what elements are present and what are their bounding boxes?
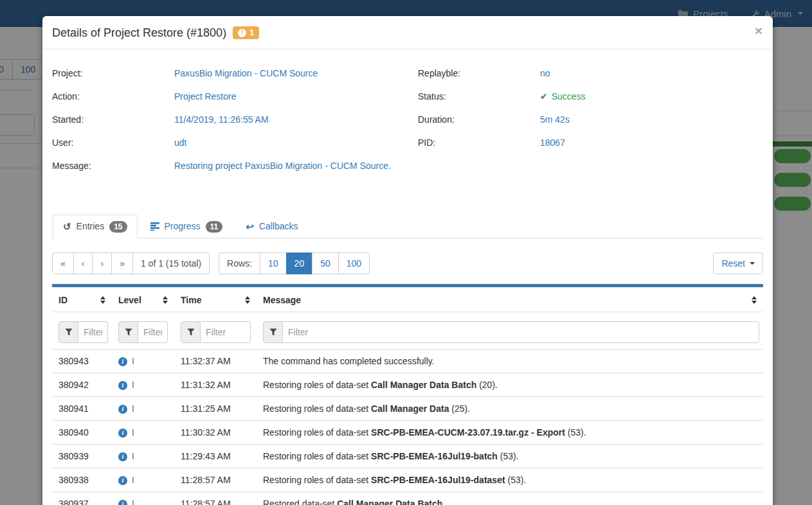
filter-cell xyxy=(52,312,112,350)
column-header-level: Level xyxy=(112,286,174,312)
column-label: ID xyxy=(59,295,68,305)
filter-input-id[interactable] xyxy=(78,321,108,343)
exclamation-circle-icon: ! xyxy=(238,29,246,37)
cell-id: 380942 xyxy=(52,373,112,397)
close-icon[interactable]: × xyxy=(755,24,762,37)
cell-time: 11:28:57 AM xyxy=(174,492,257,505)
level-value: iI xyxy=(118,427,168,439)
page-next-button[interactable]: › xyxy=(92,253,112,274)
info-icon: i xyxy=(118,381,127,390)
cell-id: 380941 xyxy=(52,397,112,421)
warning-count-badge: ! 1 xyxy=(233,26,259,39)
table-row[interactable]: 380942iI11:31:32 AMRestoring roles of da… xyxy=(52,373,763,397)
filter-input-time[interactable] xyxy=(201,321,251,343)
sort-icon[interactable] xyxy=(752,296,757,304)
sort-down-arrow xyxy=(752,301,757,304)
tab-callbacks[interactable]: ↩Callbacks xyxy=(235,215,308,238)
chevron-down-icon xyxy=(750,262,755,265)
sort-down-arrow xyxy=(100,301,105,304)
column-header-inner: Message xyxy=(263,295,757,305)
column-label: Level xyxy=(118,295,141,305)
cell-level: iI xyxy=(112,445,174,468)
filter-button[interactable] xyxy=(181,321,201,343)
pagination-group: « ‹ › » 1 of 1 (15 total) xyxy=(52,253,210,274)
cell-time: 11:31:32 AM xyxy=(174,373,257,397)
message-part: Restored data-set xyxy=(263,499,337,505)
cell-message: Restoring roles of data-set SRC-PB-EMEA-… xyxy=(257,445,763,468)
cell-time: 11:32:37 AM xyxy=(174,350,257,373)
message-part: (53). xyxy=(565,427,586,438)
filter-input-message[interactable] xyxy=(283,321,759,343)
warning-count: 1 xyxy=(249,28,254,37)
cell-level: iI xyxy=(112,350,174,373)
sort-down-arrow xyxy=(163,301,168,304)
sort-icon[interactable] xyxy=(100,296,105,304)
message-part: (20). xyxy=(476,380,498,390)
detail-label: Started: xyxy=(52,113,174,126)
entries-table: IDLevelTimeMessage 380943iI11:32:37 AMTh… xyxy=(52,284,763,505)
detail-label: User: xyxy=(52,136,174,149)
page-first-button[interactable]: « xyxy=(52,253,74,274)
detail-right-value-3: 18067 xyxy=(540,136,565,149)
column-header-inner: ID xyxy=(59,295,105,305)
sort-up-arrow xyxy=(245,296,250,299)
cell-id: 380937 xyxy=(52,492,112,505)
detail-label: PID: xyxy=(418,136,540,149)
message-bold-part: SRC-PB-EMEA-16Jul19-dataset xyxy=(371,475,505,485)
info-icon: i xyxy=(118,405,127,414)
filter-cell xyxy=(112,312,174,350)
table-row[interactable]: 380937iI11:28:57 AMRestored data-set Cal… xyxy=(52,492,763,505)
detail-row: Duration:5m 42s xyxy=(418,113,763,126)
tab-label: Entries xyxy=(77,220,105,233)
cell-level: iI xyxy=(112,397,174,421)
page-prev-button[interactable]: ‹ xyxy=(73,253,93,274)
sort-icon[interactable] xyxy=(245,296,250,304)
cell-id: 380940 xyxy=(52,421,112,445)
modal-header: Details of Project Restore (#1800) ! 1 × xyxy=(42,16,773,49)
message-part: Restoring roles of data-set xyxy=(263,380,371,390)
table-row[interactable]: 380939iI11:29:43 AMRestoring roles of da… xyxy=(52,445,763,468)
filter-input-level[interactable] xyxy=(138,321,168,343)
rows-label: Rows: xyxy=(219,253,260,274)
filter-group xyxy=(118,321,170,343)
cell-level: iI xyxy=(112,373,174,397)
reset-button[interactable]: Reset xyxy=(713,253,763,274)
message-part: Restoring roles of data-set xyxy=(263,427,371,438)
detail-label: Project: xyxy=(52,67,174,80)
level-letter: I xyxy=(132,450,134,463)
filter-button[interactable] xyxy=(118,321,138,343)
table-filter-row xyxy=(52,312,763,350)
sort-icon[interactable] xyxy=(163,296,168,304)
column-label: Time xyxy=(181,295,201,305)
table-row[interactable]: 380938iI11:28:57 AMRestoring roles of da… xyxy=(52,468,763,492)
rows-option-100[interactable]: 100 xyxy=(338,253,370,274)
filter-cell xyxy=(174,312,257,350)
table-row[interactable]: 380943iI11:32:37 AMThe command has compl… xyxy=(52,350,763,373)
tasks-icon xyxy=(150,222,159,231)
rows-option-50[interactable]: 50 xyxy=(312,253,339,274)
level-letter: I xyxy=(132,403,134,415)
cell-time: 11:31:25 AM xyxy=(174,397,257,421)
rows-option-20[interactable]: 20 xyxy=(286,253,313,274)
column-header-time: Time xyxy=(174,286,257,312)
info-icon: i xyxy=(118,500,127,505)
page-last-button[interactable]: » xyxy=(111,253,133,274)
detail-row: User:udt xyxy=(52,136,418,149)
cell-level: iI xyxy=(112,421,174,445)
cell-message: Restoring roles of data-set Call Manager… xyxy=(257,373,763,397)
cell-id: 380938 xyxy=(52,468,112,492)
filter-button[interactable] xyxy=(263,321,283,343)
detail-left-value-3: udt xyxy=(174,136,186,149)
table-row[interactable]: 380940iI11:30:32 AMRestoring roles of da… xyxy=(52,421,763,445)
sort-down-arrow xyxy=(245,301,250,304)
level-letter: I xyxy=(132,498,134,505)
table-row[interactable]: 380941iI11:31:25 AMRestoring roles of da… xyxy=(52,397,763,421)
filter-button[interactable] xyxy=(59,321,78,343)
cell-message: Restored data-set Call Manager Data Batc… xyxy=(257,492,763,505)
rows-option-10[interactable]: 10 xyxy=(260,253,287,274)
funnel-icon xyxy=(269,328,277,336)
status-value: ✔Success xyxy=(540,90,586,103)
tab-entries[interactable]: ↺Entries15 xyxy=(53,215,138,238)
details-left-col: Project:PaxusBio Migration - CUCM Source… xyxy=(52,67,418,182)
tab-progress[interactable]: Progress11 xyxy=(140,215,233,238)
